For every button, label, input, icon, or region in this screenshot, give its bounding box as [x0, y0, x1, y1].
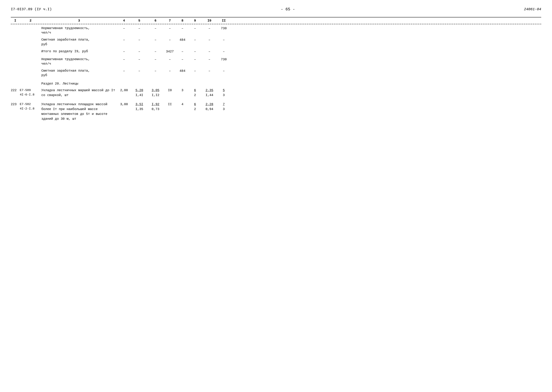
doc-id-right: 24061-04 [524, 7, 541, 11]
col-header-7: 7 [164, 19, 176, 22]
summary-section: Нормативная трудоемкость, чел/ч–––––––73… [11, 26, 541, 78]
col-header-6: 6 [147, 19, 164, 22]
doc-id-left: I7-0I37.89 (IУ ч.I) [11, 7, 52, 11]
summary-row-2: Итого по разделу I9, руб–––3427–––– [11, 49, 541, 55]
section-20-header: Раздел 20. Лестницы [11, 81, 541, 86]
summary-row-4: Сметная заработная плата, руб––––484––– [11, 69, 541, 77]
column-headers-row: I 2 3 4 5 6 7 8 9 I0 II [11, 17, 541, 24]
summary-row-0: Нормативная трудоемкость, чел/ч–––––––73… [11, 26, 541, 35]
col-header-5: 5 [131, 19, 147, 22]
page-number: - 65 - [281, 7, 295, 12]
col-header-1: I [11, 19, 20, 22]
entry-row-1: 223Е7-5024I-2-I.8Укладка лестничных площ… [11, 102, 541, 121]
summary-row-3: Нормативная трудоемкость, чел/ч–––––––73… [11, 57, 541, 66]
main-table: I 2 3 4 5 6 7 8 9 I0 II Нормативная труд… [11, 17, 541, 121]
col-header-10: I0 [201, 19, 218, 22]
col-header-9: 9 [189, 19, 201, 22]
summary-row-1: Сметная заработная плата, руб––––484––– [11, 37, 541, 47]
col-header-11: II [218, 19, 230, 22]
col-header-8: 8 [176, 19, 189, 22]
entries-section: 222Е7-5094I-6-I.8Укладка лестничных марш… [11, 88, 541, 121]
section-header-label: Раздел 20. Лестницы [41, 81, 117, 86]
col-header-4: 4 [117, 19, 131, 22]
col-header-3: 3 [41, 19, 117, 22]
col-header-2: 2 [20, 19, 41, 22]
entry-row-0: 222Е7-5094I-6-I.8Укладка лестничных марш… [11, 88, 541, 98]
